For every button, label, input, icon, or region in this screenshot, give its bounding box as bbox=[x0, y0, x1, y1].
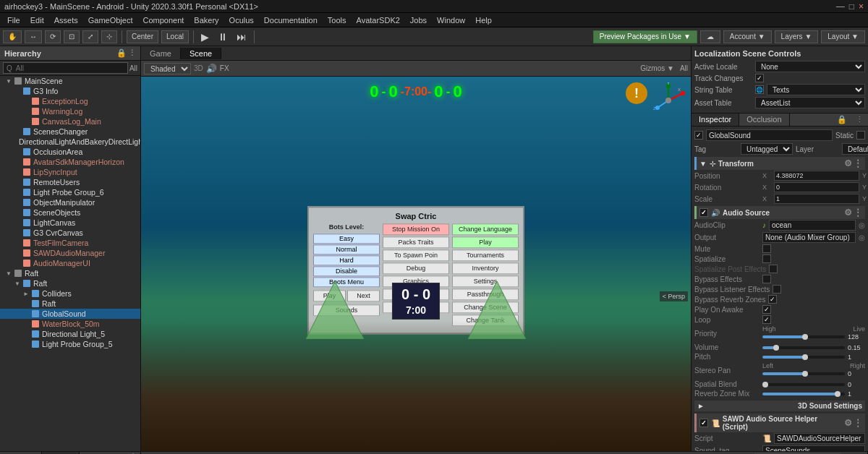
bypass-effects-checkbox[interactable] bbox=[762, 275, 771, 283]
layout-btn[interactable]: Layout ▼ bbox=[821, 30, 865, 43]
hierarchy-item[interactable]: Light Probe Group_6 bbox=[0, 187, 140, 197]
track-changes-checkbox[interactable]: ✓ bbox=[755, 74, 764, 82]
pitch-handle[interactable] bbox=[802, 354, 808, 360]
stop-mission-btn[interactable]: Stop Mission On bbox=[383, 223, 449, 235]
hierarchy-item[interactable]: AudioManagerUI bbox=[0, 258, 140, 268]
to-spawn-btn[interactable]: To Spawn Poin bbox=[383, 249, 449, 261]
hierarchy-item[interactable]: Raft bbox=[0, 299, 140, 309]
move-tool-btn[interactable]: ↔ bbox=[25, 30, 42, 43]
maximize-btn[interactable]: □ bbox=[849, 1, 854, 12]
hierarchy-item[interactable]: Directional Light_5 bbox=[0, 329, 140, 339]
cloud-btn[interactable]: ☁ bbox=[700, 30, 720, 43]
hierarchy-item[interactable]: SAWDAudioManager bbox=[0, 248, 140, 258]
layers-btn[interactable]: Layers ▼ bbox=[775, 30, 819, 43]
hierarchy-item[interactable]: G3 Info bbox=[0, 86, 140, 96]
close-btn[interactable]: × bbox=[859, 1, 864, 12]
pivot-btn[interactable]: Center bbox=[127, 30, 158, 43]
hierarchy-item[interactable]: ▼MainScene bbox=[0, 76, 140, 86]
pos-x-input[interactable] bbox=[774, 171, 859, 181]
transform-settings-icon[interactable]: ⚙ bbox=[844, 158, 852, 168]
hierarchy-item[interactable]: WaterBlock_50m bbox=[0, 319, 140, 329]
static-checkbox[interactable] bbox=[856, 131, 865, 140]
play-btn[interactable]: ▶ bbox=[198, 31, 212, 43]
spatial-blend-handle[interactable] bbox=[762, 382, 768, 387]
sawd-settings-icon[interactable]: ⚙ bbox=[844, 418, 852, 428]
audio-more-icon[interactable]: ⋮ bbox=[854, 207, 862, 218]
hierarchy-item[interactable]: ▼Raft bbox=[0, 268, 140, 278]
hierarchy-item[interactable]: ObjectManipulator bbox=[0, 197, 140, 207]
global-btn[interactable]: Local bbox=[161, 30, 189, 43]
preview-packages-btn[interactable]: Preview Packages in Use ▼ bbox=[593, 30, 697, 43]
menu-item-oculus[interactable]: Oculus bbox=[225, 14, 258, 26]
hierarchy-item[interactable]: G3 CvrCanvas bbox=[0, 228, 140, 238]
bypass-listener-checkbox[interactable] bbox=[773, 285, 781, 294]
change-lang-btn[interactable]: Change Language bbox=[452, 223, 519, 235]
stereo-handle[interactable] bbox=[802, 371, 808, 377]
all-scene-btn[interactable]: All bbox=[680, 64, 688, 72]
more-icon[interactable]: ⋮ bbox=[128, 48, 136, 58]
menu-item-avatarsdk2[interactable]: AvatarSDK2 bbox=[352, 14, 404, 26]
game-tab[interactable]: Game bbox=[141, 48, 181, 59]
rot-x-input[interactable] bbox=[774, 182, 859, 192]
hierarchy-item[interactable]: Light Probe Group_5 bbox=[0, 339, 140, 349]
custom-tool-btn[interactable]: ⊹ bbox=[101, 30, 117, 43]
play-on-awake-checkbox[interactable]: ✓ bbox=[762, 305, 771, 314]
spatialize-post-checkbox[interactable] bbox=[769, 265, 778, 273]
hierarchy-item[interactable]: ExceptionLog bbox=[0, 96, 140, 106]
inspector-lock-icon[interactable]: 🔒 bbox=[833, 113, 851, 126]
inspector-more-icon[interactable]: ⋮ bbox=[851, 113, 868, 126]
menu-item-file[interactable]: File bbox=[3, 14, 25, 26]
menu-item-bakery[interactable]: Bakery bbox=[190, 14, 223, 26]
volume-handle[interactable] bbox=[773, 345, 779, 351]
tag-dropdown[interactable]: Untagged bbox=[741, 143, 793, 155]
menu-item-window[interactable]: Window bbox=[433, 14, 469, 26]
active-checkbox[interactable]: ✓ bbox=[694, 131, 703, 140]
menu-item-gameobject[interactable]: GameObject bbox=[84, 14, 137, 26]
scale-x-input[interactable] bbox=[774, 194, 859, 204]
menu-item-edit[interactable]: Edit bbox=[26, 14, 48, 26]
menu-item-tools[interactable]: Tools bbox=[323, 14, 351, 26]
fx-icon[interactable]: FX bbox=[220, 64, 229, 72]
hierarchy-item[interactable]: SceneObjects bbox=[0, 207, 140, 218]
pause-btn[interactable]: ⏸ bbox=[215, 31, 231, 43]
debug-btn[interactable]: Debug bbox=[383, 262, 449, 274]
inspector-tab[interactable]: Inspector bbox=[692, 113, 739, 126]
all-filter[interactable]: All bbox=[129, 64, 137, 72]
bot-hard-btn[interactable]: Hard bbox=[313, 255, 380, 265]
audio-settings-icon[interactable]: ⚙ bbox=[844, 207, 852, 218]
priority-handle[interactable] bbox=[802, 334, 808, 340]
minimize-btn[interactable]: — bbox=[836, 1, 845, 12]
hierarchy-item[interactable]: CanvasLog_Main bbox=[0, 116, 140, 127]
transform-header[interactable]: ▼ ⊹ Transform ⚙ ⋮ bbox=[694, 157, 865, 170]
gizmos-btn[interactable]: Gizmos ▼ bbox=[640, 64, 674, 72]
hierarchy-item[interactable]: GlobalSound bbox=[0, 309, 140, 319]
bot-disable-btn[interactable]: Disable bbox=[313, 266, 380, 276]
sawd-more-icon[interactable]: ⋮ bbox=[854, 418, 862, 428]
audioclip-pick-icon[interactable]: ◎ bbox=[859, 221, 865, 229]
hand-tool-btn[interactable]: ✋ bbox=[3, 30, 22, 43]
menu-item-help[interactable]: Help bbox=[471, 14, 496, 26]
step-btn[interactable]: ⏭ bbox=[234, 31, 250, 43]
sawd-helper-header[interactable]: ✓ 📜 SAWD Audio Source Helper (Script) ⚙ … bbox=[694, 414, 865, 432]
reverb-mix-handle[interactable] bbox=[835, 391, 841, 397]
spatialize-checkbox[interactable] bbox=[762, 254, 771, 263]
string-table-dropdown[interactable]: Texts bbox=[767, 84, 865, 95]
hierarchy-item[interactable]: AvatarSdkManagerHorizon bbox=[0, 157, 140, 167]
hierarchy-item[interactable]: DirectionalLightAndBakeryDirectLight bbox=[0, 137, 140, 147]
object-name-input[interactable] bbox=[706, 129, 833, 141]
loop-checkbox[interactable]: ✓ bbox=[762, 315, 771, 324]
audio-icon[interactable]: 🔊 bbox=[206, 64, 217, 74]
packs-trails-btn[interactable]: Packs Traits bbox=[383, 236, 449, 248]
tournaments-btn[interactable]: Tournaments bbox=[452, 249, 519, 261]
rotate-tool-btn[interactable]: ⟳ bbox=[45, 30, 61, 43]
shading-dropdown[interactable]: Shaded bbox=[144, 63, 191, 74]
string-table-checkbox[interactable]: 🌐 bbox=[755, 85, 764, 94]
account-btn[interactable]: Account ▼ bbox=[723, 30, 772, 43]
sawd-tag-input[interactable] bbox=[762, 445, 865, 451]
occlusion-tab[interactable]: Occlusion bbox=[739, 113, 789, 126]
hierarchy-item[interactable]: WarningLog bbox=[0, 106, 140, 116]
sawd-active-checkbox[interactable]: ✓ bbox=[699, 419, 708, 427]
active-locale-dropdown[interactable]: None bbox=[755, 61, 865, 72]
menu-item-documentation[interactable]: Documentation bbox=[260, 14, 322, 26]
layer-dropdown[interactable]: Default bbox=[842, 143, 868, 155]
